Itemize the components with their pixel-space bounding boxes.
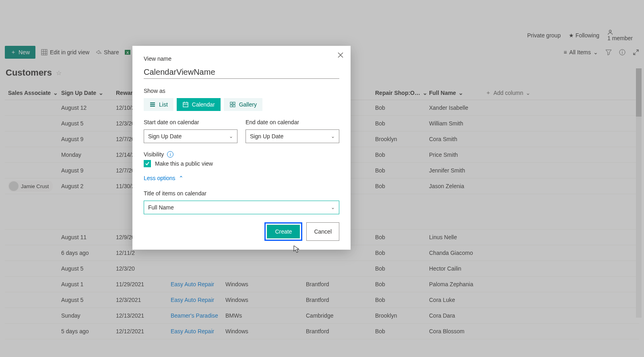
- tutorial-highlight: Create: [264, 222, 302, 241]
- public-view-checkbox[interactable]: [144, 160, 151, 167]
- show-as-gallery-button[interactable]: Gallery: [224, 98, 262, 111]
- calendar-icon: [182, 101, 189, 108]
- svg-rect-21: [233, 102, 235, 104]
- create-view-dialog: View name Show as List Calendar Gallery …: [132, 46, 351, 250]
- chevron-down-icon: ⌄: [331, 133, 335, 139]
- close-icon: [338, 52, 343, 58]
- info-icon[interactable]: i: [167, 151, 173, 158]
- show-as-calendar-button[interactable]: Calendar: [177, 98, 221, 111]
- view-name-label: View name: [144, 55, 339, 62]
- end-date-label: End date on calendar: [246, 119, 339, 125]
- create-button[interactable]: Create: [267, 225, 300, 238]
- svg-rect-20: [230, 102, 232, 104]
- end-date-select[interactable]: Sign Up Date⌄: [246, 129, 339, 143]
- show-as-label: Show as: [144, 88, 339, 94]
- cancel-button[interactable]: Cancel: [306, 222, 339, 241]
- view-name-input[interactable]: [144, 66, 339, 79]
- svg-rect-23: [233, 105, 235, 107]
- list-icon: [149, 101, 156, 108]
- start-date-label: Start date on calendar: [144, 119, 237, 125]
- chevron-down-icon: ⌄: [331, 205, 335, 210]
- gallery-icon: [229, 101, 236, 108]
- close-button[interactable]: [338, 52, 343, 58]
- title-items-label: Title of items on calendar: [144, 190, 339, 197]
- title-items-select[interactable]: Full Name⌄: [144, 201, 339, 214]
- chevron-up-icon: ⌃: [179, 175, 184, 181]
- svg-rect-22: [230, 105, 232, 107]
- show-as-list-button[interactable]: List: [144, 98, 173, 111]
- less-options-toggle[interactable]: Less options ⌃: [144, 175, 184, 181]
- chevron-down-icon: ⌄: [229, 133, 233, 139]
- start-date-select[interactable]: Sign Up Date⌄: [144, 129, 237, 143]
- svg-rect-16: [183, 103, 188, 107]
- visibility-label: Visibility: [144, 151, 164, 158]
- check-icon: [145, 161, 150, 166]
- public-view-label: Make this a public view: [155, 160, 213, 167]
